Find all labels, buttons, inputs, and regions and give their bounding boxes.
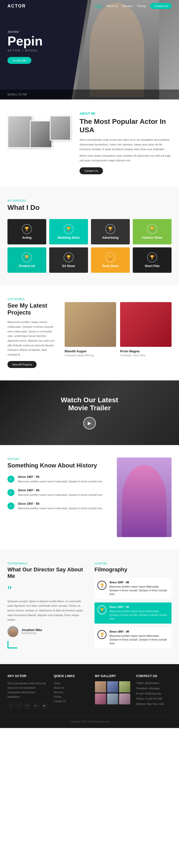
filmography-label: Look Me xyxy=(94,562,172,565)
author-avatar xyxy=(7,626,19,637)
footer-link-contact[interactable]: Contact Us xyxy=(54,700,66,703)
service-card-dj[interactable]: 🏆 DJ Show xyxy=(49,247,88,273)
product-ad-icon: 🏆 xyxy=(22,252,32,262)
dj-label: DJ Show xyxy=(62,264,75,268)
footer-links-col: QUICK LINKS Home About Us Services Prici… xyxy=(54,674,89,709)
footer-link-services[interactable]: Services xyxy=(54,691,63,694)
footer-link-pricing[interactable]: Pricing xyxy=(54,695,61,698)
film-year-3: Since 1997 - 98 xyxy=(109,630,169,633)
play-button[interactable]: ▶ xyxy=(83,417,96,429)
footer-about-col: SKY ACTOR Sed ut perspiciatis unde omnis… xyxy=(7,674,48,709)
film-desc-2: Maecenas porttitor neque mauris Malesuad… xyxy=(109,610,169,621)
nav-link-home[interactable]: Home xyxy=(95,4,102,8)
nav-logo: ACTOR xyxy=(7,3,26,9)
nav-link-about[interactable]: About Us xyxy=(107,4,118,7)
gallery-thumb-5[interactable] xyxy=(107,693,118,705)
fashion-icon: 🏆 xyxy=(147,224,157,234)
history-check-3: ✓ xyxy=(7,502,14,509)
footer-links-title: QUICK LINKS xyxy=(54,674,89,678)
service-card-advertising[interactable]: 🏆 Advertising xyxy=(91,219,130,244)
social-youtube-icon[interactable]: ▶ xyxy=(41,702,48,709)
history-item-2: ✓ Since 1997 - 98 Maecenas porttitor neq… xyxy=(7,489,107,497)
testimonial-title: What Our Director Say About Me xyxy=(7,566,85,580)
history-item-1: ✓ Since 1997 - 98 Maecenas porttitor neq… xyxy=(7,475,107,484)
footer-contact-col: CONTACT US Twitter: @actorname Facebook:… xyxy=(136,674,172,709)
footer-link-home[interactable]: Home xyxy=(54,682,60,685)
film-item-text-3: Since 1997 - 98 Maecenas porttitor neque… xyxy=(109,630,169,645)
social-twitter-icon[interactable]: t xyxy=(16,702,22,709)
hero-section: Jennifer Pepin ACTOR | MODEL Contact Me … xyxy=(0,0,179,99)
video-section: Watch Our LatestMovie Trailer ▶ xyxy=(0,380,179,445)
footer: SKY ACTOR Sed ut perspiciatis unde omnis… xyxy=(0,664,179,728)
footer-contact-email: E-mail: info@actor.org xyxy=(136,692,172,695)
service-card-modeling[interactable]: 🏆 Modeling Show xyxy=(49,219,88,244)
footer-about-text: Sed ut perspiciatis unde omnis iste natu… xyxy=(7,681,48,699)
video-title: Watch Our LatestMovie Trailer xyxy=(61,396,118,412)
service-card-acting[interactable]: 🏆 Acting xyxy=(7,219,46,244)
project-name-2: Proin Magna xyxy=(120,349,172,353)
footer-links-list: Home About Us Services Pricing Contact U… xyxy=(54,681,89,704)
gallery-thumb-6[interactable] xyxy=(119,693,130,705)
projects-title: See My Latest Projects xyxy=(7,302,57,316)
service-card-party[interactable]: 🏆 Party Show xyxy=(91,247,130,273)
nav-link-pricing[interactable]: Pricing xyxy=(137,4,146,7)
history-desc-2: Maecenas porttitor neque mauris malesuad… xyxy=(18,493,103,497)
projects-right: Blandit Augue Commodo, Award Winning Pro… xyxy=(65,302,172,368)
hero-name: Pepin xyxy=(7,35,43,48)
film-icon-2: 🏆 xyxy=(97,606,107,614)
projects-description: Maecenas porttitor neque mauris malesuad… xyxy=(7,320,57,357)
history-person-image xyxy=(117,458,172,537)
hero-contact-button[interactable]: Contact Me xyxy=(7,57,31,64)
video-content: Watch Our LatestMovie Trailer ▶ xyxy=(61,396,118,429)
film-item-3[interactable]: 🏆 Since 1997 - 98 Maecenas porttitor neq… xyxy=(94,627,172,648)
film-item-1[interactable]: 🏆 Since 1997 - 98 Maecenas porttitor neq… xyxy=(94,578,172,599)
acting-label: Acting xyxy=(22,236,31,240)
party-icon: 🏆 xyxy=(106,252,115,262)
view-all-projects-button[interactable]: View All Projects xyxy=(7,361,36,368)
service-card-short-film[interactable]: 🏆 Short Film xyxy=(133,247,172,273)
project-card-2: Proin Magna Commodo, Short Films xyxy=(120,302,172,368)
project-name-1: Blandit Augue xyxy=(65,349,116,353)
author-info: Jonathan Mike Actor/Director xyxy=(21,628,42,634)
history-item-content-2: Since 1997 - 98 Maecenas porttitor neque… xyxy=(18,489,103,497)
footer-gallery-title: MY GALLERY xyxy=(95,674,130,678)
hero-scroll-text: SCROLL TO TOP xyxy=(7,93,27,96)
hero-subtitle: Jennifer xyxy=(7,30,43,34)
social-googleplus-icon[interactable]: g+ xyxy=(33,702,39,709)
service-card-product-ad[interactable]: 🏆 Product Ad xyxy=(7,247,46,273)
hero-content: Jennifer Pepin ACTOR | MODEL Contact Me xyxy=(7,30,43,64)
nav-contact-button[interactable]: Contact Us xyxy=(150,3,172,9)
nav-links: Home About Us Services Pricing Contact U… xyxy=(95,3,172,9)
advertising-label: Advertising xyxy=(102,236,119,240)
project-card-1: Blandit Augue Commodo, Award Winning xyxy=(65,302,116,368)
gallery-thumb-2[interactable] xyxy=(107,681,118,692)
testimonial-label: Testimonials xyxy=(7,562,85,565)
service-card-fashion[interactable]: 🏆 Fashion Show xyxy=(133,219,172,244)
projects-left: See My Latest Projects Maecenas porttito… xyxy=(7,302,57,368)
party-label: Party Show xyxy=(102,264,118,268)
film-icon-3: 🏆 xyxy=(97,630,107,639)
social-linkedin-icon[interactable]: in xyxy=(24,702,31,709)
footer-link-about[interactable]: About Us xyxy=(54,686,64,689)
film-year-1: Since 1997 - 98 xyxy=(109,581,169,584)
about-title: The Most Popular Actor In USA xyxy=(80,117,172,134)
gallery-thumb-4[interactable] xyxy=(95,693,106,705)
footer-contact-facebook: Facebook: actorpage xyxy=(136,686,172,690)
hero-person-silhouette xyxy=(90,2,144,97)
social-facebook-icon[interactable]: f xyxy=(7,702,14,709)
about-contact-button[interactable]: Contact Us xyxy=(80,167,103,174)
nav-link-services[interactable]: Services xyxy=(122,4,133,7)
navbar: ACTOR Home About Us Services Pricing Con… xyxy=(0,0,179,12)
projects-section: Our Works See My Latest Projects Maecena… xyxy=(0,285,179,380)
author-avatar-shape xyxy=(8,628,18,637)
services-label: My Services xyxy=(7,199,172,202)
modeling-icon: 🏆 xyxy=(64,224,73,234)
footer-about-title: SKY ACTOR xyxy=(7,674,48,678)
fashion-label: Fashion Show xyxy=(142,236,162,240)
modeling-label: Modeling Show xyxy=(58,236,80,240)
acting-icon: 🏆 xyxy=(22,224,32,234)
film-item-2[interactable]: 🏆 Since 1997 - 98 Maecenas porttitor neq… xyxy=(94,602,172,624)
history-section: History Something Know About History ✓ S… xyxy=(0,445,179,550)
gallery-thumb-3[interactable] xyxy=(119,681,130,692)
gallery-thumb-1[interactable] xyxy=(95,681,106,692)
